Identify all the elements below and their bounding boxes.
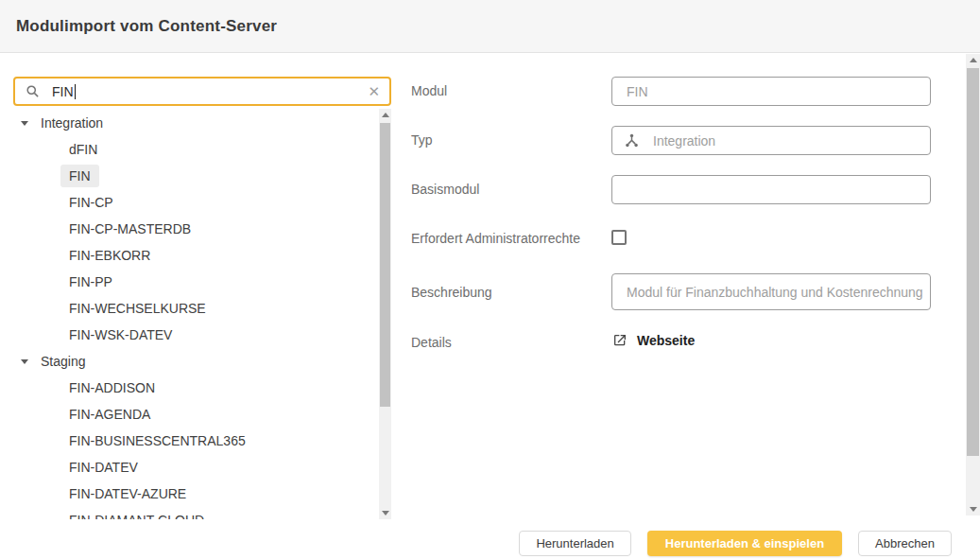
tree-item[interactable]: FIN-BUSINESSCENTRAL365 xyxy=(0,428,378,454)
tree-item[interactable]: FIN-AGENDA xyxy=(0,401,378,428)
footer-actions: Herunterladen Herunterladen & einspielen… xyxy=(519,530,952,556)
dialog-scrollbar-thumb[interactable] xyxy=(967,68,979,456)
basismodul-label: Basismodul xyxy=(411,182,479,197)
tree-item[interactable]: FIN-WSK-DATEV xyxy=(0,322,378,348)
tree-item[interactable]: FIN-DIAMANT-CLOUD xyxy=(0,507,378,519)
webseite-link[interactable]: Webseite xyxy=(612,333,695,348)
admin-checkbox[interactable] xyxy=(611,230,627,245)
tree-item[interactable]: FIN-PP xyxy=(0,269,378,295)
webseite-link-label: Webseite xyxy=(637,333,695,348)
beschreibung-field[interactable]: Modul für Finanzbuchhaltung und Kostenre… xyxy=(611,273,931,310)
list-scrollbar[interactable] xyxy=(379,109,391,519)
external-link-icon xyxy=(612,333,628,348)
typ-value: Integration xyxy=(653,133,715,148)
scroll-down-icon[interactable] xyxy=(966,503,980,515)
download-and-install-button[interactable]: Herunterladen & einspielen xyxy=(647,531,842,556)
tree-item[interactable]: FIN-ADDISON xyxy=(0,375,378,401)
details-label: Details xyxy=(411,335,452,350)
typ-label: Typ xyxy=(411,132,433,148)
modul-value: FIN xyxy=(627,84,648,99)
beschreibung-value: Modul für Finanzbuchhaltung und Kostenre… xyxy=(627,285,923,300)
tree-item-selected[interactable]: FIN xyxy=(0,163,378,189)
clear-search-icon[interactable]: ✕ xyxy=(368,84,380,98)
module-type-icon xyxy=(624,132,640,148)
collapse-icon[interactable] xyxy=(21,121,28,126)
admin-label: Erfordert Administratorrechte xyxy=(411,231,580,246)
basismodul-field[interactable] xyxy=(611,175,931,204)
scroll-down-icon[interactable] xyxy=(379,507,391,519)
search-icon xyxy=(26,84,40,98)
list-scrollbar-thumb[interactable] xyxy=(380,123,390,407)
modul-label: Modul xyxy=(411,83,447,98)
module-tree: Integration dFIN FIN FIN-CP FIN-CP-MASTE… xyxy=(0,110,378,519)
scroll-up-icon[interactable] xyxy=(966,54,980,66)
modul-field[interactable]: FIN xyxy=(611,77,931,106)
tree-group-staging[interactable]: Staging xyxy=(0,348,378,375)
search-input[interactable]: FIN ✕ xyxy=(13,77,391,106)
search-value: FIN xyxy=(52,84,74,99)
dialog-header: Modulimport vom Content-Server xyxy=(0,0,980,53)
dialog-title: Modulimport vom Content-Server xyxy=(16,0,277,53)
beschreibung-label: Beschreibung xyxy=(411,285,492,300)
scroll-up-icon[interactable] xyxy=(379,109,391,121)
tree-item[interactable]: FIN-CP-MASTERDB xyxy=(0,216,378,242)
dialog-scrollbar[interactable] xyxy=(966,54,980,515)
download-button[interactable]: Herunterladen xyxy=(519,531,630,556)
typ-field[interactable]: Integration xyxy=(611,126,931,155)
tree-item[interactable]: FIN-DATEV xyxy=(0,454,378,480)
tree-item[interactable]: FIN-EBKORR xyxy=(0,242,378,269)
tree-item[interactable]: FIN-WECHSELKURSE xyxy=(0,295,378,322)
tree-item[interactable]: FIN-CP xyxy=(0,189,378,216)
collapse-icon[interactable] xyxy=(21,359,28,364)
text-caret xyxy=(75,84,76,99)
cancel-button[interactable]: Abbrechen xyxy=(858,531,952,556)
tree-group-integration[interactable]: Integration xyxy=(0,110,378,136)
tree-item[interactable]: dFIN xyxy=(0,136,378,163)
modulimport-dialog: Modulimport vom Content-Server FIN ✕ Int… xyxy=(0,0,980,559)
tree-item[interactable]: FIN-DATEV-AZURE xyxy=(0,480,378,507)
